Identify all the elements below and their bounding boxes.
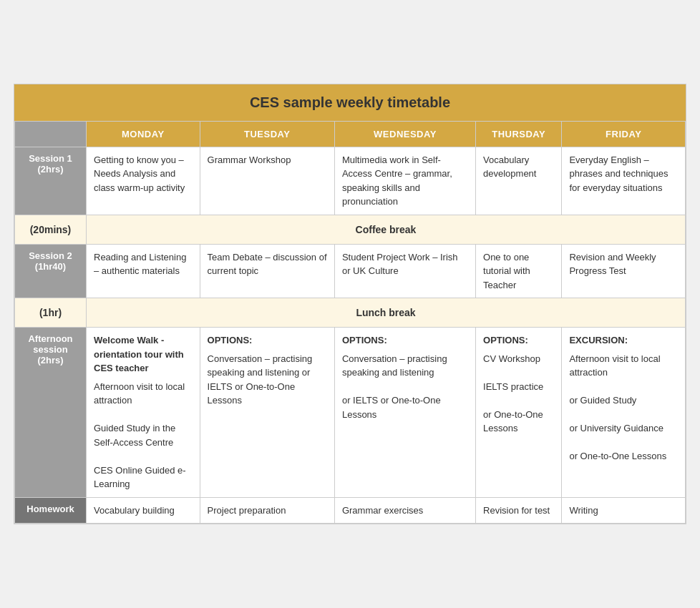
afternoon-wednesday-header: OPTIONS: [342, 333, 468, 348]
afternoon-thursday-item1: CV Workshop [483, 353, 540, 364]
afternoon-monday: Welcome Walk - orientation tour with CES… [87, 328, 200, 498]
afternoon-thursday-item3: or One-to-One Lessons [483, 409, 543, 434]
afternoon-thursday-header: OPTIONS: [483, 333, 554, 348]
session2-row: Session 2(1hr40) Reading and Listening –… [15, 244, 686, 298]
afternoon-monday-item2: Guided Study in the Self-Access Centre [94, 423, 175, 448]
afternoon-tuesday-item1: Conversation – practising speaking and l… [208, 353, 313, 406]
afternoon-friday-item4: or One-to-One Lessons [569, 451, 666, 461]
session1-tuesday: Grammar Workshop [200, 147, 334, 215]
homework-tuesday: Project preparation [200, 497, 334, 524]
afternoon-tuesday: OPTIONS: Conversation – practising speak… [200, 328, 334, 498]
timetable-title: CES sample weekly timetable [14, 84, 686, 121]
session2-wednesday: Student Project Work – Irish or UK Cultu… [334, 244, 475, 298]
afternoon-friday-item1: Afternoon visit to local attraction [569, 353, 660, 378]
afternoon-label: Afternoonsession(2hrs) [15, 328, 87, 498]
afternoon-wednesday-item2: or IELTS or One-to-One Lessons [342, 395, 441, 420]
col-empty [15, 121, 87, 147]
session2-friday: Revision and Weekly Progress Test [562, 244, 686, 298]
coffee-break-label: (20mins) [15, 215, 87, 244]
homework-thursday: Revision for test [476, 497, 562, 524]
afternoon-friday-header: EXCURSION: [569, 333, 678, 348]
session2-monday: Reading and Listening – authentic materi… [87, 244, 200, 298]
session1-thursday: Vocabulary development [476, 147, 562, 215]
afternoon-friday-item3: or University Guidance [569, 423, 663, 433]
afternoon-monday-item3: CES Online Guided e-Learning [94, 465, 186, 490]
session2-tuesday: Team Debate – discussion of current topi… [200, 244, 334, 298]
coffee-break-row: (20mins) Coffee break [15, 215, 686, 244]
col-tuesday: TUESDAY [200, 121, 334, 147]
afternoon-wednesday: OPTIONS: Conversation – practising speak… [334, 328, 475, 498]
afternoon-wednesday-item1: Conversation – practising speaking and l… [342, 353, 447, 378]
col-thursday: THURSDAY [476, 121, 562, 147]
afternoon-thursday-item2: IELTS practice [483, 381, 543, 392]
homework-label: Homework [15, 497, 87, 524]
col-monday: MONDAY [87, 121, 200, 147]
session2-label: Session 2(1hr40) [15, 244, 87, 298]
afternoon-monday-item1: Afternoon visit to local attraction [94, 381, 185, 406]
afternoon-thursday: OPTIONS: CV Workshop IELTS practice or O… [476, 328, 562, 498]
afternoon-row: Afternoonsession(2hrs) Welcome Walk - or… [15, 328, 686, 498]
homework-row: Homework Vocabulary building Project pre… [15, 497, 686, 524]
timetable: MONDAY TUESDAY WEDNESDAY THURSDAY FRIDAY… [14, 121, 686, 524]
session1-friday: Everyday English – phrases and technique… [562, 147, 686, 215]
homework-friday: Writing [562, 497, 686, 524]
homework-monday: Vocabulary building [87, 497, 200, 524]
header-row: MONDAY TUESDAY WEDNESDAY THURSDAY FRIDAY [15, 121, 686, 147]
coffee-break-text: Coffee break [87, 215, 686, 244]
session2-thursday: One to one tutorial with Teacher [476, 244, 562, 298]
session1-label: Session 1(2hrs) [15, 147, 87, 215]
homework-wednesday: Grammar exercises [334, 497, 475, 524]
session1-wednesday: Multimedia work in Self-Access Centre – … [334, 147, 475, 215]
afternoon-friday: EXCURSION: Afternoon visit to local attr… [562, 328, 686, 498]
lunch-break-row: (1hr) Lunch break [15, 298, 686, 328]
session1-row: Session 1(2hrs) Getting to know you – Ne… [15, 147, 686, 215]
afternoon-monday-header: Welcome Walk - orientation tour with CES… [94, 333, 193, 376]
afternoon-friday-item2: or Guided Study [569, 395, 636, 406]
lunch-break-text: Lunch break [87, 298, 686, 328]
col-friday: FRIDAY [562, 121, 686, 147]
col-wednesday: WEDNESDAY [334, 121, 475, 147]
timetable-wrapper: CES sample weekly timetable MONDAY TUESD… [14, 84, 686, 525]
afternoon-tuesday-header: OPTIONS: [208, 333, 327, 348]
lunch-break-label: (1hr) [15, 298, 87, 328]
session1-monday: Getting to know you – Needs Analysis and… [87, 147, 200, 215]
